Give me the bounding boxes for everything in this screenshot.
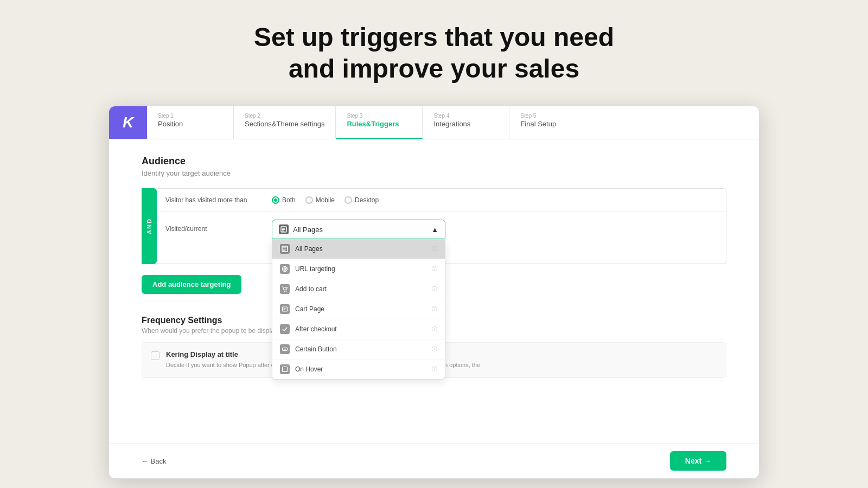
frequency-toggle[interactable] xyxy=(151,351,159,360)
step-1[interactable]: Step 1 Position xyxy=(147,106,234,139)
step-4[interactable]: Step 4 Integrations xyxy=(423,106,509,139)
audience-rows: Visitor has visited more than Both Mobil… xyxy=(157,188,726,264)
radio-desktop[interactable]: Desktop xyxy=(344,196,379,204)
after-checkout-icon xyxy=(280,324,290,334)
dropdown-trigger-icon xyxy=(279,224,289,234)
logo-k: K xyxy=(123,114,133,131)
svg-point-11 xyxy=(286,291,287,292)
audience-subtitle: Identify your target audience xyxy=(142,169,726,177)
audience-section: Audience Identify your target audience A… xyxy=(142,156,726,310)
radio-mobile[interactable]: Mobile xyxy=(305,196,335,204)
dropdown-item-url-targeting[interactable]: URL targeting ⓘ xyxy=(272,259,445,279)
svg-rect-12 xyxy=(283,307,288,311)
steps-bar: K Step 1 Position Step 2 Sections&Theme … xyxy=(109,106,759,139)
radio-mobile-circle[interactable] xyxy=(305,196,313,204)
back-button[interactable]: ← Back xyxy=(142,457,167,465)
main-content: Audience Identify your target audience A… xyxy=(109,139,759,443)
dropdown-chevron-icon: ▲ xyxy=(431,226,438,234)
dropdown-item-add-to-cart[interactable]: Add to cart ⓘ xyxy=(272,279,445,299)
logo-area: K xyxy=(109,106,147,139)
audience-title: Audience xyxy=(142,156,726,167)
bottom-nav: ← Back Next → xyxy=(109,443,759,478)
dropdown-item-certain-button[interactable]: Certain Button ⓘ xyxy=(272,339,445,359)
radio-group: Both Mobile Desktop xyxy=(272,196,379,204)
audience-row-2: Visited/current xyxy=(157,212,726,247)
next-button[interactable]: Next → xyxy=(670,451,726,471)
step-3[interactable]: Step 3 Rules&Triggers xyxy=(336,106,423,139)
headline-line1: Set up triggers that you need xyxy=(254,23,614,52)
audience-row-1: Visitor has visited more than Both Mobil… xyxy=(157,189,726,212)
radio-desktop-circle[interactable] xyxy=(344,196,352,204)
radio-both-circle[interactable] xyxy=(272,196,279,204)
app-window: K Step 1 Position Step 2 Sections&Theme … xyxy=(108,106,760,479)
step-5[interactable]: Step 5 Final Setup xyxy=(509,106,596,139)
svg-rect-17 xyxy=(283,367,288,372)
headline: Set up triggers that you need and improv… xyxy=(254,22,614,84)
dropdown-wrapper: All Pages ▲ All Pages xyxy=(272,220,445,239)
dropdown-trigger[interactable]: All Pages ▲ xyxy=(272,220,445,239)
headline-line2: and improve your sales xyxy=(289,54,579,83)
dropdown-item-after-checkout[interactable]: After checkout ⓘ xyxy=(272,319,445,339)
step-2[interactable]: Step 2 Sections&Theme settings xyxy=(234,106,336,139)
url-targeting-icon xyxy=(280,264,290,274)
dropdown-item-cart-page[interactable]: Cart Page ⓘ xyxy=(272,299,445,319)
svg-point-10 xyxy=(284,291,285,292)
dropdown-item-on-hover[interactable]: On Hover ⓘ xyxy=(272,359,445,379)
row1-label: Visitor has visited more than xyxy=(165,196,263,204)
row2-label: Visited/current xyxy=(165,220,263,233)
add-audience-button[interactable]: Add audience targeting xyxy=(142,275,241,294)
radio-both[interactable]: Both xyxy=(272,196,296,204)
dropdown-item-all-pages[interactable]: All Pages ⓘ xyxy=(272,239,445,259)
audience-container: AND Visitor has visited more than Both xyxy=(142,188,726,264)
certain-button-icon xyxy=(280,344,290,354)
and-bar: AND xyxy=(142,188,157,264)
on-hover-icon xyxy=(280,364,290,374)
add-to-cart-icon xyxy=(280,284,290,294)
cart-page-icon xyxy=(280,304,290,314)
dropdown-menu: All Pages ⓘ URL targeting ⓘ xyxy=(272,239,445,380)
all-pages-icon xyxy=(280,244,290,254)
dropdown-selected-label: All Pages xyxy=(293,226,323,234)
